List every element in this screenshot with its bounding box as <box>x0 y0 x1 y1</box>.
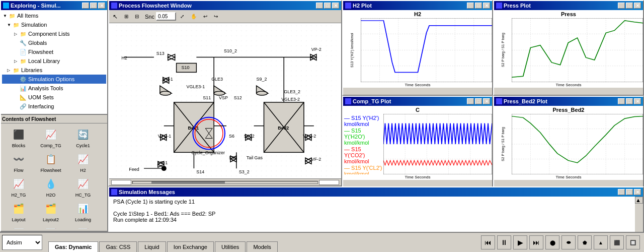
sim-close-btn[interactable]: ✕ <box>634 189 641 195</box>
icon-h2o[interactable]: 💧 H2O <box>35 175 66 199</box>
tree-uom-sets[interactable]: 📐 UOM Sets <box>2 93 106 102</box>
h2-plot-controls[interactable]: _ □ ✕ <box>467 3 490 9</box>
toolbar-icon-10[interactable]: 🔲 <box>626 235 640 249</box>
press-plot-controls[interactable]: _ □ ✕ <box>618 3 641 9</box>
comp-tg-minimize-btn[interactable]: _ <box>467 98 474 104</box>
tree-simulation-options[interactable]: ⚙️ Simulation Options <box>2 75 106 84</box>
hc-tg-label: HC_TG <box>75 193 91 198</box>
sim-minimize-btn[interactable]: _ <box>618 189 625 195</box>
toolbar-icon-7[interactable]: ⬟ <box>578 235 592 249</box>
fit-btn[interactable]: ⤢ <box>178 13 187 20</box>
icon-flowsheet[interactable]: 📋 Flowsheet <box>35 150 66 174</box>
icon-layout[interactable]: 🗂️ Layout <box>3 200 34 223</box>
icon-h2[interactable]: 📈 H2 <box>67 150 99 174</box>
toolbar-icon-8[interactable]: ▲ <box>594 235 608 249</box>
tree-libraries[interactable]: ▷ 📁 Libraries <box>2 66 106 75</box>
h2-y-axis-label: S13 Y('H2') kmol/kmol <box>343 18 361 82</box>
mode-dropdown[interactable]: Adsim <box>2 235 42 250</box>
zoom-in-btn[interactable]: ⊞ <box>122 13 131 20</box>
tree-simulation[interactable]: ▼ 📁 Simulation <box>2 20 106 29</box>
tree-interfacing[interactable]: 🔗 Interfacing <box>2 102 106 111</box>
icon-blocks[interactable]: ⬛ Blocks <box>3 125 34 149</box>
press-bed2-close-btn[interactable]: ✕ <box>634 98 641 104</box>
comp-tg-controls[interactable]: _ □ ✕ <box>467 98 490 104</box>
hand-tool-btn[interactable]: ✋ <box>188 13 199 20</box>
toolbar-icon-6[interactable]: ⬬ <box>561 235 576 249</box>
flowsheet-minimize-btn[interactable]: _ <box>316 3 323 9</box>
toolbar-icon-2[interactable]: ⏸ <box>497 235 511 249</box>
icon-layout2[interactable]: 🗂️ Layout2 <box>35 200 66 223</box>
tree-component-lists[interactable]: ▷ 📁 Component Lists <box>2 29 106 38</box>
redo-btn[interactable]: ↪ <box>211 13 220 20</box>
icon-h2-tg[interactable]: 📈 H2_TG <box>3 175 34 199</box>
localvaria-icon: 📊 <box>11 225 27 229</box>
explorer-window-controls[interactable]: _ □ ✕ <box>82 3 105 9</box>
sim-messages-controls[interactable]: _ □ ✕ <box>618 189 641 195</box>
press-bed2-scrollbar[interactable] <box>494 180 643 187</box>
explorer-minimize-btn[interactable]: _ <box>82 3 89 9</box>
press-bed2-plot-window: Press_Bed2 Plot _ □ ✕ Press_Bed2 S2 P ba… <box>493 96 644 188</box>
press-maximize-btn[interactable]: □ <box>626 3 633 9</box>
tree-local-library[interactable]: ▷ 📁 Local Library <box>2 56 106 66</box>
scroll-up-btn[interactable]: ▲ <box>635 197 643 204</box>
undo-btn[interactable]: ↩ <box>201 13 210 20</box>
h2-scrollbar[interactable] <box>343 88 492 95</box>
tab-ion-exchange[interactable]: Ion Exchange <box>167 241 214 252</box>
tree-globals[interactable]: 🔧 Globals <box>2 38 106 47</box>
toolbar-icon-9[interactable]: ⬛ <box>610 235 624 249</box>
icon-press-bed2[interactable]: 📈 Press_Bed2 <box>67 224 99 229</box>
icon-comp-tg[interactable]: 📈 Comp_TG <box>35 125 66 149</box>
tree-flowsheet[interactable]: 📄 Flowsheet <box>2 47 106 56</box>
tree-all-items[interactable]: ▼ 📁 All Items <box>2 11 106 20</box>
layout-icon: 🗂️ <box>11 201 27 217</box>
blocks-icon: ⬛ <box>11 127 27 143</box>
h2-minimize-btn[interactable]: _ <box>467 3 474 9</box>
flowsheet-hscrollbar[interactable] <box>109 178 341 185</box>
comp-tg-maximize-btn[interactable]: □ <box>475 98 482 104</box>
press-bed2-maximize-btn[interactable]: □ <box>626 98 633 104</box>
icon-cycle1[interactable]: 🔄 Cycle1 <box>67 125 99 149</box>
tab-gas-dynamic[interactable]: Gas: Dynamic <box>48 241 98 252</box>
svg-text:S11: S11 <box>203 95 211 100</box>
flowsheet-close-btn[interactable]: ✕ <box>332 3 339 9</box>
select-tool-btn[interactable]: ↖ <box>110 12 120 21</box>
h2-close-btn[interactable]: ✕ <box>483 3 490 9</box>
tab-models[interactable]: Models <box>247 241 277 252</box>
svg-text:S14: S14 <box>196 169 204 174</box>
tab-utilities[interactable]: Utilities <box>215 241 246 252</box>
icon-press[interactable]: 📈 Press <box>35 224 66 229</box>
comp-tg-close-btn[interactable]: ✕ <box>483 98 490 104</box>
flowsheet-maximize-btn[interactable]: □ <box>324 3 331 9</box>
icon-hc-tg[interactable]: 📈 HC_TG <box>67 175 99 199</box>
icon-localvaria[interactable]: 📊 LocalVaria... <box>3 224 34 229</box>
toolbar-icon-1[interactable]: ⏮ <box>481 235 495 249</box>
flowsheet-canvas[interactable]: H2 S13 S10 S10_2 VP-2 VP-1 VGLE3-1 <box>109 23 341 178</box>
h2o-icon: 💧 <box>43 176 59 192</box>
press-bed2-controls[interactable]: _ □ ✕ <box>618 98 641 104</box>
zoom-out-btn[interactable]: ⊟ <box>132 13 141 20</box>
h2-chart-title: H2 <box>343 10 492 18</box>
svg-text:Bed2: Bed2 <box>278 125 289 131</box>
press-minimize-btn[interactable]: _ <box>618 3 625 9</box>
icon-flow[interactable]: 〰️ Flow <box>3 150 34 174</box>
toolbar-icon-5[interactable]: ⬤ <box>545 235 559 249</box>
explorer-close-btn[interactable]: ✕ <box>98 3 105 9</box>
toolbar-icon-3[interactable]: ▶ <box>513 235 527 249</box>
snap-input[interactable] <box>156 12 176 21</box>
toolbar-icon-4[interactable]: ⏭ <box>529 235 543 249</box>
press-close-btn[interactable]: ✕ <box>634 3 641 9</box>
folder-icon: 📁 <box>19 30 27 38</box>
sim-maximize-btn[interactable]: □ <box>626 189 633 195</box>
svg-text:S10: S10 <box>182 65 190 70</box>
tree-analysis-tools[interactable]: 📊 Analysis Tools <box>2 84 106 93</box>
flowsheet-controls[interactable]: _ □ ✕ <box>316 3 339 9</box>
comp-tg-plot-icon <box>345 98 351 104</box>
press-scrollbar[interactable] <box>494 88 643 95</box>
h2-maximize-btn[interactable]: □ <box>475 3 482 9</box>
comp-tg-scrollbar[interactable] <box>343 180 492 187</box>
tab-liquid[interactable]: Liquid <box>138 241 166 252</box>
press-bed2-minimize-btn[interactable]: _ <box>618 98 625 104</box>
explorer-maximize-btn[interactable]: □ <box>90 3 97 9</box>
icon-loading[interactable]: 📊 Loading <box>67 200 99 223</box>
tab-gas-css[interactable]: Gas: CSS <box>99 241 137 252</box>
